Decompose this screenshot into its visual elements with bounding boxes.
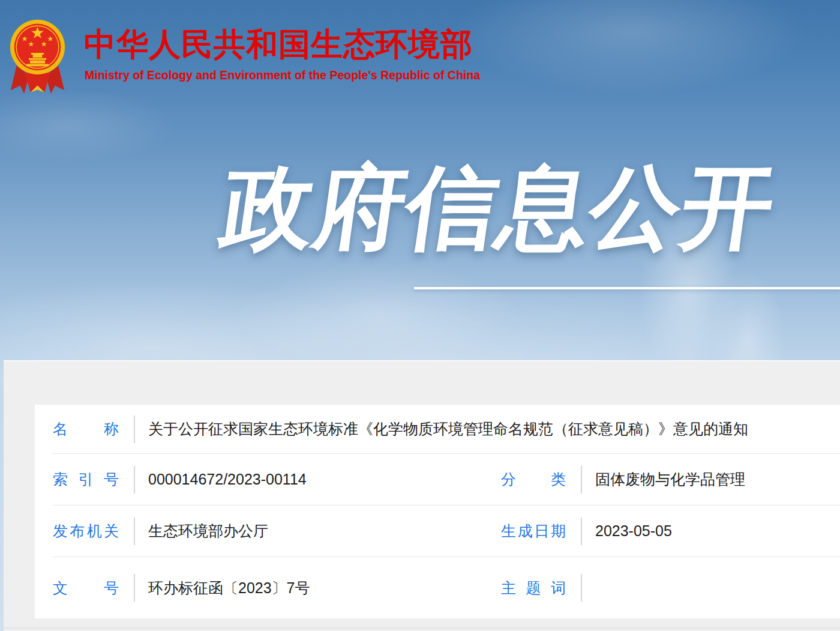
page-title-government-info-disclosure: 政府信息公开 xyxy=(216,155,795,260)
docnum-cell: 文号 环办标征函〔2023〕7号 xyxy=(53,574,501,602)
china-national-emblem-icon xyxy=(8,12,67,97)
document-info-card: 名称 关于公开征求国家生态环境标准《化学物质环境管理命名规范（征求意见稿）》意见… xyxy=(35,405,840,618)
subject-label: 主题词 xyxy=(501,578,566,598)
category-value: 固体废物与化学品管理 xyxy=(595,469,745,490)
section-bottom-divider xyxy=(4,627,840,629)
info-section: 名称 关于公开征求国家生态环境标准《化学物质环境管理命名规范（征求意见稿）》意见… xyxy=(4,360,840,631)
date-value: 2023-05-05 xyxy=(595,521,672,542)
page: 中华人民共和国生态环境部 Ministry of Ecology and Env… xyxy=(0,0,840,631)
label-divider xyxy=(134,518,135,545)
label-divider xyxy=(581,574,582,602)
category-cell: 分类 固体废物与化学品管理 xyxy=(501,466,840,494)
label-divider xyxy=(134,415,135,443)
info-row-issuer-date: 发布机关 生态环境部办公厅 生成日期 2023-05-05 xyxy=(53,505,840,557)
info-row-docnum-subject: 文号 环办标征函〔2023〕7号 主题词 xyxy=(53,557,840,618)
label-divider xyxy=(581,518,582,545)
title-underline xyxy=(414,287,840,289)
info-row-index-category: 索引号 000014672/2023-00114 分类 固体废物与化学品管理 xyxy=(53,453,840,505)
label-divider xyxy=(134,466,135,494)
info-row-name: 名称 关于公开征求国家生态环境标准《化学物质环境管理命名规范（征求意见稿）》意见… xyxy=(53,405,840,453)
index-cell: 索引号 000014672/2023-00114 xyxy=(53,466,501,494)
name-label: 名称 xyxy=(53,419,119,439)
subject-cell: 主题词 xyxy=(501,574,840,602)
issuer-cell: 发布机关 生态环境部办公厅 xyxy=(53,518,501,545)
label-divider xyxy=(581,466,582,494)
issuer-value: 生态环境部办公厅 xyxy=(148,521,268,542)
date-cell: 生成日期 2023-05-05 xyxy=(501,518,840,545)
ministry-name-cn: 中华人民共和国生态环境部 xyxy=(84,25,473,64)
ministry-name-en: Ministry of Ecology and Environment of t… xyxy=(85,68,480,82)
name-value: 关于公开征求国家生态环境标准《化学物质环境管理命名规范（征求意见稿）》意见的通知 xyxy=(148,418,748,439)
index-value: 000014672/2023-00114 xyxy=(148,469,307,490)
docnum-label: 文号 xyxy=(53,578,119,598)
issuer-label: 发布机关 xyxy=(53,521,119,541)
label-divider xyxy=(134,574,135,602)
date-label: 生成日期 xyxy=(501,521,566,541)
category-label: 分类 xyxy=(501,469,566,489)
docnum-value: 环办标征函〔2023〕7号 xyxy=(148,578,310,599)
index-label: 索引号 xyxy=(53,469,119,489)
